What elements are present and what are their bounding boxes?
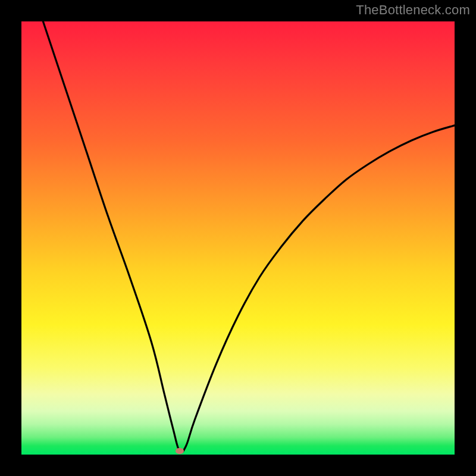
chart-frame: TheBottleneck.com bbox=[0, 0, 476, 476]
minimum-point-marker bbox=[176, 448, 184, 454]
watermark-text: TheBottleneck.com bbox=[356, 2, 470, 18]
bottleneck-curve bbox=[21, 21, 455, 455]
plot-area bbox=[21, 21, 455, 455]
